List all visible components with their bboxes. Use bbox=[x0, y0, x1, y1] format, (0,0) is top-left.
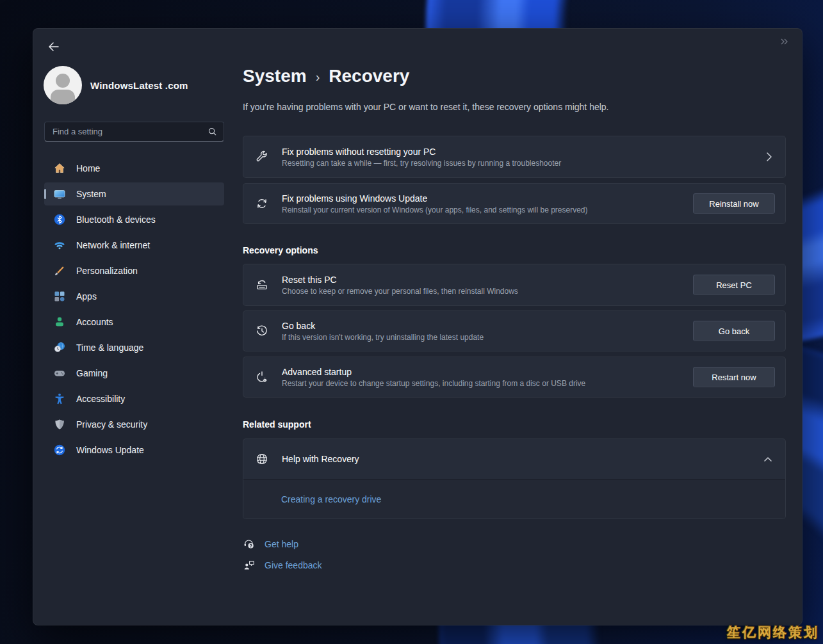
power-gear-icon bbox=[255, 370, 269, 384]
card-title: Reset this PC bbox=[282, 275, 680, 285]
sidebar-item-home[interactable]: Home bbox=[44, 157, 224, 180]
card-reset-this-pc: Reset this PC Choose to keep or remove y… bbox=[243, 264, 786, 306]
sidebar-item-apps[interactable]: Apps bbox=[44, 285, 224, 308]
sidebar-item-time-language[interactable]: Time & language bbox=[44, 336, 224, 359]
reset-pc-button[interactable]: Reset PC bbox=[693, 275, 775, 295]
card-advanced-startup: Advanced startup Restart your device to … bbox=[243, 357, 786, 398]
sidebar-nav: Home System Bluetooth & devices Network … bbox=[44, 157, 224, 464]
card-title: Advanced startup bbox=[282, 367, 680, 377]
section-related-support: Related support bbox=[243, 419, 311, 430]
sidebar-item-privacy-security[interactable]: Privacy & security bbox=[44, 413, 224, 436]
sidebar-item-label: Gaming bbox=[76, 368, 108, 378]
sidebar-item-label: Privacy & security bbox=[76, 419, 147, 430]
window-double-chevron-icon[interactable] bbox=[780, 36, 789, 48]
back-button[interactable] bbox=[45, 39, 63, 54]
sidebar-item-label: Personalization bbox=[76, 266, 138, 276]
card-description: Reinstall your current version of Window… bbox=[282, 205, 680, 214]
sync-icon bbox=[255, 197, 269, 211]
sidebar-item-label: Windows Update bbox=[76, 445, 144, 455]
system-icon bbox=[53, 188, 66, 200]
paintbrush-icon bbox=[53, 264, 66, 277]
card-fix-without-resetting[interactable]: Fix problems without resetting your PC R… bbox=[243, 136, 786, 178]
accessibility-icon bbox=[53, 392, 66, 405]
card-title: Go back bbox=[282, 321, 680, 331]
wifi-icon bbox=[53, 239, 66, 252]
get-help-link[interactable]: Get help bbox=[265, 539, 298, 549]
chevron-right-icon bbox=[766, 152, 775, 162]
shield-icon bbox=[53, 418, 66, 431]
update-icon bbox=[53, 444, 66, 456]
sidebar-item-label: Network & internet bbox=[76, 240, 150, 250]
help-with-recovery-header[interactable]: Help with Recovery bbox=[243, 439, 785, 479]
get-help-row[interactable]: Get help bbox=[243, 536, 298, 552]
watermark-text: 笙亿网络策划 bbox=[727, 624, 819, 641]
sidebar-item-gaming[interactable]: Gaming bbox=[44, 362, 224, 385]
profile-name: WindowsLatest .com bbox=[90, 76, 188, 95]
sidebar-item-system[interactable]: System bbox=[44, 182, 224, 205]
page-subtitle: If you're having problems with your PC o… bbox=[243, 102, 609, 112]
sidebar-item-label: Home bbox=[76, 163, 100, 173]
sidebar-item-windows-update[interactable]: Windows Update bbox=[44, 439, 224, 462]
sidebar-item-label: Time & language bbox=[76, 342, 143, 353]
card-fix-windows-update: Fix problems using Windows Update Reinst… bbox=[243, 183, 786, 224]
sidebar-item-accessibility[interactable]: Accessibility bbox=[44, 387, 224, 410]
get-help-icon bbox=[243, 538, 256, 551]
card-description: Restart your device to change startup se… bbox=[282, 379, 680, 388]
history-clock-icon bbox=[255, 324, 269, 338]
card-go-back: Go back If this version isn't working, t… bbox=[243, 310, 786, 351]
give-feedback-row[interactable]: Give feedback bbox=[243, 558, 322, 573]
person-icon bbox=[53, 316, 66, 328]
go-back-button[interactable]: Go back bbox=[693, 321, 775, 341]
breadcrumb-separator: › bbox=[316, 68, 320, 85]
creating-recovery-drive-link[interactable]: Creating a recovery drive bbox=[281, 494, 381, 504]
sidebar-item-bluetooth-devices[interactable]: Bluetooth & devices bbox=[44, 208, 224, 231]
give-feedback-icon bbox=[243, 559, 256, 572]
search-box[interactable] bbox=[44, 122, 224, 141]
reinstall-now-button[interactable]: Reinstall now bbox=[693, 193, 775, 214]
section-recovery-options: Recovery options bbox=[243, 245, 318, 255]
help-expanded-area: Creating a recovery drive bbox=[243, 479, 785, 519]
sidebar-item-label: Bluetooth & devices bbox=[76, 214, 156, 225]
card-title: Fix problems using Windows Update bbox=[282, 193, 680, 204]
sidebar-item-personalization[interactable]: Personalization bbox=[44, 259, 224, 282]
sidebar-item-label: System bbox=[76, 189, 106, 199]
sidebar-item-label: Accounts bbox=[76, 317, 113, 327]
give-feedback-link[interactable]: Give feedback bbox=[265, 560, 322, 570]
help-with-recovery-card: Help with Recovery Creating a recovery d… bbox=[243, 439, 786, 519]
back-arrow-icon bbox=[48, 42, 60, 52]
search-input[interactable] bbox=[45, 127, 208, 136]
avatar[interactable] bbox=[44, 66, 82, 104]
search-icon[interactable] bbox=[208, 127, 217, 136]
card-description: Resetting can take a while — first, try … bbox=[282, 159, 753, 168]
wrench-icon bbox=[255, 150, 269, 164]
breadcrumb-system[interactable]: System bbox=[243, 66, 307, 86]
reset-pc-icon bbox=[255, 278, 269, 292]
clock-globe-icon bbox=[53, 341, 66, 354]
breadcrumb: System › Recovery bbox=[243, 66, 409, 86]
page-title: Recovery bbox=[329, 66, 409, 86]
help-title: Help with Recovery bbox=[282, 454, 751, 464]
restart-now-button[interactable]: Restart now bbox=[693, 367, 775, 387]
bluetooth-icon bbox=[53, 213, 66, 226]
globe-search-icon bbox=[255, 452, 269, 466]
card-description: Choose to keep or remove your personal f… bbox=[282, 287, 680, 296]
apps-icon bbox=[53, 290, 66, 303]
sidebar-item-accounts[interactable]: Accounts bbox=[44, 310, 224, 334]
gamepad-icon bbox=[53, 367, 66, 380]
chevron-up-icon[interactable] bbox=[763, 456, 775, 462]
sidebar-item-label: Apps bbox=[76, 291, 97, 302]
sidebar-item-network-internet[interactable]: Network & internet bbox=[44, 234, 224, 257]
settings-window: WindowsLatest .com Home System Bluetooth… bbox=[33, 28, 803, 625]
home-icon bbox=[53, 162, 66, 175]
card-title: Fix problems without resetting your PC bbox=[282, 147, 753, 157]
card-description: If this version isn't working, try unins… bbox=[282, 333, 680, 342]
sidebar-item-label: Accessibility bbox=[76, 394, 125, 404]
